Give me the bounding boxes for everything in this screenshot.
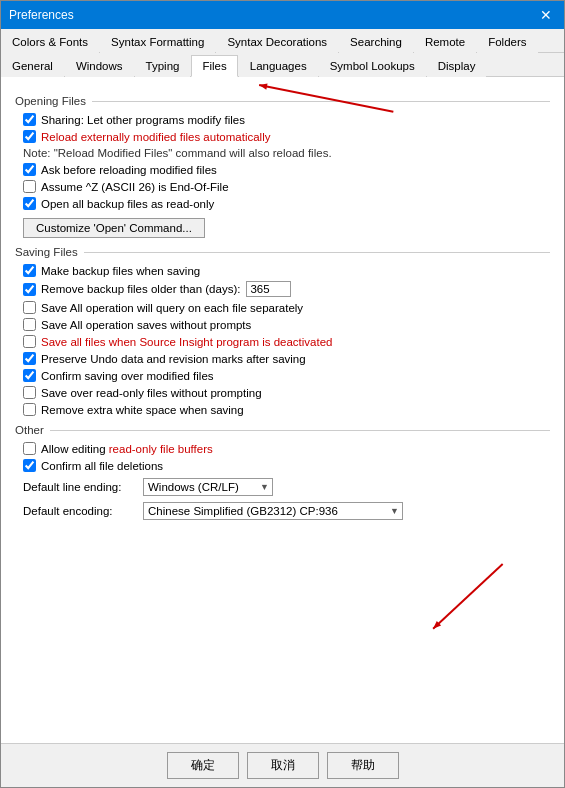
reload-row: Reload externally modified files automat… <box>23 130 550 143</box>
tab-syntax-formatting[interactable]: Syntax Formatting <box>100 31 215 53</box>
preserve-undo-row: Preserve Undo data and revision marks af… <box>23 352 550 365</box>
encoding-label: Default encoding: <box>23 505 143 517</box>
allow-editing-row: Allow editing read-only file buffers <box>23 442 550 455</box>
save-all-deactivated-label: Save all files when Source Insight progr… <box>41 336 333 348</box>
saving-files-title: Saving Files <box>15 246 550 258</box>
tab-windows[interactable]: Windows <box>65 55 134 77</box>
confirm-saving-row: Confirm saving over modified files <box>23 369 550 382</box>
remove-backup-checkbox[interactable] <box>23 283 36 296</box>
content-area: Opening Files Sharing: Let other program… <box>1 77 564 743</box>
customize-open-button[interactable]: Customize 'Open' Command... <box>23 218 205 238</box>
window-title: Preferences <box>9 8 74 22</box>
remove-backup-label: Remove backup files older than (days): <box>41 283 240 295</box>
close-button[interactable]: ✕ <box>536 7 556 23</box>
confirm-delete-checkbox[interactable] <box>23 459 36 472</box>
line-ending-dropdown[interactable]: Windows (CR/LF) Unix (LF) Mac (CR) <box>143 478 273 496</box>
confirm-saving-checkbox[interactable] <box>23 369 36 382</box>
confirm-button[interactable]: 确定 <box>167 752 239 779</box>
tab-folders[interactable]: Folders <box>477 31 537 53</box>
tab-colors-fonts[interactable]: Colors & Fonts <box>1 31 99 53</box>
open-backup-checkbox[interactable] <box>23 197 36 210</box>
title-bar: Preferences ✕ <box>1 1 564 29</box>
svg-line-2 <box>433 564 503 629</box>
make-backup-label: Make backup files when saving <box>41 265 200 277</box>
remove-whitespace-checkbox[interactable] <box>23 403 36 416</box>
tab-typing[interactable]: Typing <box>135 55 191 77</box>
footer: 确定 取消 帮助 <box>1 743 564 787</box>
tabs-row-1: Colors & Fonts Syntax Formatting Syntax … <box>1 29 564 53</box>
open-backup-row: Open all backup files as read-only <box>23 197 550 210</box>
tab-general[interactable]: General <box>1 55 64 77</box>
svg-marker-1 <box>259 83 267 89</box>
confirm-delete-row: Confirm all file deletions <box>23 459 550 472</box>
tab-languages[interactable]: Languages <box>239 55 318 77</box>
assume-ctrl-z-label: Assume ^Z (ASCII 26) is End-Of-File <box>41 181 229 193</box>
days-input[interactable] <box>246 281 291 297</box>
reload-note: Note: "Reload Modified Files" command wi… <box>23 147 542 159</box>
save-all-query-label: Save All operation will query on each fi… <box>41 302 303 314</box>
encoding-row: Default encoding: Chinese Simplified (GB… <box>23 502 542 520</box>
ask-reload-label: Ask before reloading modified files <box>41 164 217 176</box>
save-all-noprompt-label: Save All operation saves without prompts <box>41 319 251 331</box>
tab-display[interactable]: Display <box>427 55 487 77</box>
preserve-undo-checkbox[interactable] <box>23 352 36 365</box>
sharing-checkbox[interactable] <box>23 113 36 126</box>
sharing-row: Sharing: Let other programs modify files <box>23 113 550 126</box>
ask-reload-checkbox[interactable] <box>23 163 36 176</box>
save-readonly-row: Save over read-only files without prompt… <box>23 386 550 399</box>
customize-open-row: Customize 'Open' Command... <box>23 218 542 238</box>
confirm-saving-label: Confirm saving over modified files <box>41 370 214 382</box>
assume-ctrl-z-row: Assume ^Z (ASCII 26) is End-Of-File <box>23 180 550 193</box>
other-title: Other <box>15 424 550 436</box>
tab-searching[interactable]: Searching <box>339 31 413 53</box>
save-all-deactivated-checkbox[interactable] <box>23 335 36 348</box>
line-ending-dropdown-wrapper: Windows (CR/LF) Unix (LF) Mac (CR) <box>143 478 273 496</box>
make-backup-checkbox[interactable] <box>23 264 36 277</box>
line-ending-label: Default line ending: <box>23 481 143 493</box>
save-all-query-row: Save All operation will query on each fi… <box>23 301 550 314</box>
line-ending-row: Default line ending: Windows (CR/LF) Uni… <box>23 478 542 496</box>
ask-reload-row: Ask before reloading modified files <box>23 163 550 176</box>
confirm-delete-label: Confirm all file deletions <box>41 460 163 472</box>
tab-remote[interactable]: Remote <box>414 31 476 53</box>
tab-symbol-lookups[interactable]: Symbol Lookups <box>319 55 426 77</box>
reload-checkbox[interactable] <box>23 130 36 143</box>
open-backup-label: Open all backup files as read-only <box>41 198 214 210</box>
preserve-undo-label: Preserve Undo data and revision marks af… <box>41 353 306 365</box>
make-backup-row: Make backup files when saving <box>23 264 550 277</box>
save-all-deactivated-row: Save all files when Source Insight progr… <box>23 335 550 348</box>
remove-backup-row: Remove backup files older than (days): <box>23 281 550 297</box>
save-all-noprompt-checkbox[interactable] <box>23 318 36 331</box>
allow-editing-label: Allow editing read-only file buffers <box>41 443 213 455</box>
save-all-query-checkbox[interactable] <box>23 301 36 314</box>
preferences-window: Preferences ✕ Colors & Fonts Syntax Form… <box>0 0 565 788</box>
tab-syntax-decorations[interactable]: Syntax Decorations <box>216 31 338 53</box>
save-all-noprompt-row: Save All operation saves without prompts <box>23 318 550 331</box>
save-readonly-label: Save over read-only files without prompt… <box>41 387 262 399</box>
allow-editing-checkbox[interactable] <box>23 442 36 455</box>
encoding-dropdown-wrapper: Chinese Simplified (GB2312) CP:936 UTF-8… <box>143 502 403 520</box>
opening-files-title: Opening Files <box>15 95 550 107</box>
sharing-label: Sharing: Let other programs modify files <box>41 114 245 126</box>
save-readonly-checkbox[interactable] <box>23 386 36 399</box>
remove-whitespace-label: Remove extra white space when saving <box>41 404 244 416</box>
encoding-dropdown[interactable]: Chinese Simplified (GB2312) CP:936 UTF-8… <box>143 502 403 520</box>
help-button[interactable]: 帮助 <box>327 752 399 779</box>
reload-label: Reload externally modified files automat… <box>41 131 270 143</box>
tabs-row-2: General Windows Typing Files Languages S… <box>1 53 564 77</box>
remove-whitespace-row: Remove extra white space when saving <box>23 403 550 416</box>
tab-files[interactable]: Files <box>191 55 237 77</box>
cancel-button[interactable]: 取消 <box>247 752 319 779</box>
svg-marker-3 <box>433 621 441 629</box>
assume-ctrl-z-checkbox[interactable] <box>23 180 36 193</box>
